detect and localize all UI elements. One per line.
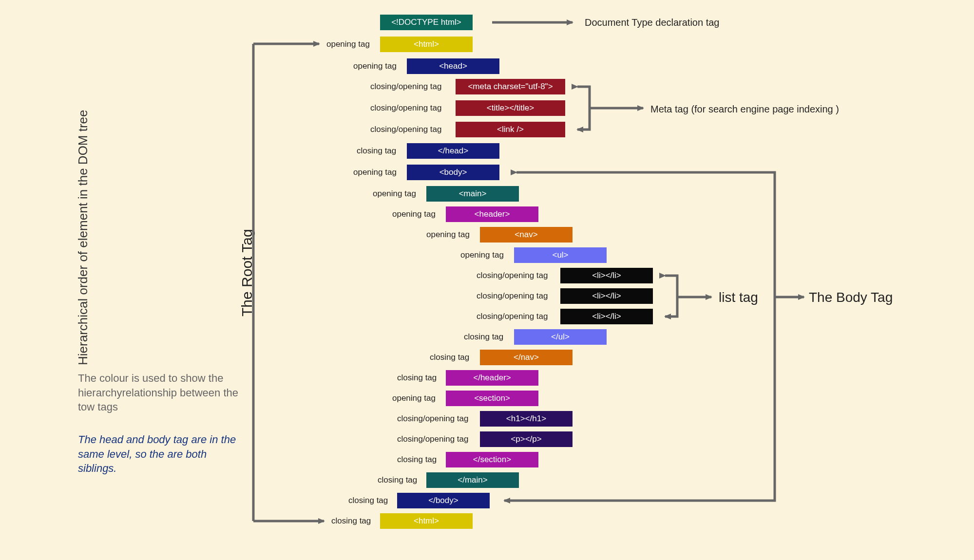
tag-section-open: <section> <box>446 391 538 406</box>
tag-head-close: </head> <box>407 143 499 159</box>
tag-meta: <meta charset="utf-8"> <box>456 79 565 94</box>
tag-nav-open: <nav> <box>480 227 573 243</box>
tag-head-open: <head> <box>407 58 499 74</box>
meta-annotation: Meta tag (for search engine page indexin… <box>650 104 839 115</box>
tag-html-open: <html> <box>380 37 473 52</box>
tag-h1: <h1></h1> <box>480 411 573 427</box>
label-body-close: closing tag <box>348 496 388 505</box>
vertical-title: Hierarchical order of element in the DOM… <box>76 110 91 365</box>
label-main-open: opening tag <box>373 189 416 199</box>
tag-li1: <li></li> <box>560 268 653 283</box>
label-html-close: closing tag <box>331 516 371 526</box>
tag-main-close: </main> <box>426 472 519 488</box>
label-head-open: opening tag <box>353 61 397 71</box>
tag-doctype: <!DOCTYPE html> <box>380 15 473 30</box>
label-title: closing/opening tag <box>370 103 442 113</box>
label-main-close: closing tag <box>378 475 417 485</box>
label-li2: closing/opening tag <box>477 291 548 301</box>
tag-main-open: <main> <box>426 186 519 202</box>
list-annotation: list tag <box>719 290 758 305</box>
sibling-note: The head and body tag are in the same le… <box>78 432 244 476</box>
tag-ul-open: <ul> <box>514 247 607 263</box>
root-tag-label: The Root Tag <box>239 229 255 317</box>
tag-body-close: </body> <box>397 493 490 508</box>
label-li3: closing/opening tag <box>477 312 548 321</box>
tag-ul-close: </ul> <box>514 329 607 345</box>
body-annotation: The Body Tag <box>809 290 893 305</box>
label-p: closing/opening tag <box>397 434 469 444</box>
tag-li2: <li></li> <box>560 288 653 304</box>
tag-li3: <li></li> <box>560 309 653 324</box>
tag-title: <title></title> <box>456 100 565 116</box>
label-nav-close: closing tag <box>430 353 469 362</box>
tag-header-close: </header> <box>446 370 538 386</box>
label-header-close: closing tag <box>397 373 437 383</box>
tag-html-close: <html> <box>380 513 473 529</box>
diagram-stage: Hierarchical order of element in the DOM… <box>0 0 974 560</box>
label-ul-open: opening tag <box>460 250 504 260</box>
label-head-close: closing tag <box>357 146 396 156</box>
label-header-open: opening tag <box>392 209 436 219</box>
doctype-annotation: Document Type declaration tag <box>585 17 719 28</box>
label-link: closing/opening tag <box>370 125 442 134</box>
label-nav-open: opening tag <box>426 230 470 240</box>
label-ul-close: closing tag <box>464 332 503 342</box>
label-body-open: opening tag <box>353 168 397 177</box>
tag-p: <p></p> <box>480 431 573 447</box>
tag-link: <link /> <box>456 122 565 137</box>
tag-body-open: <body> <box>407 165 499 180</box>
label-li1: closing/opening tag <box>477 271 548 280</box>
tag-section-close: </section> <box>446 452 538 467</box>
label-section-open: opening tag <box>392 393 436 403</box>
color-explanation-note: The colour is used to show the hierarchy… <box>78 371 244 414</box>
label-html-open: opening tag <box>326 39 370 49</box>
label-h1: closing/opening tag <box>397 414 469 424</box>
label-section-close: closing tag <box>397 455 437 465</box>
tag-header-open: <header> <box>446 206 538 222</box>
tag-nav-close: </nav> <box>480 350 573 365</box>
label-meta: closing/opening tag <box>370 82 442 92</box>
